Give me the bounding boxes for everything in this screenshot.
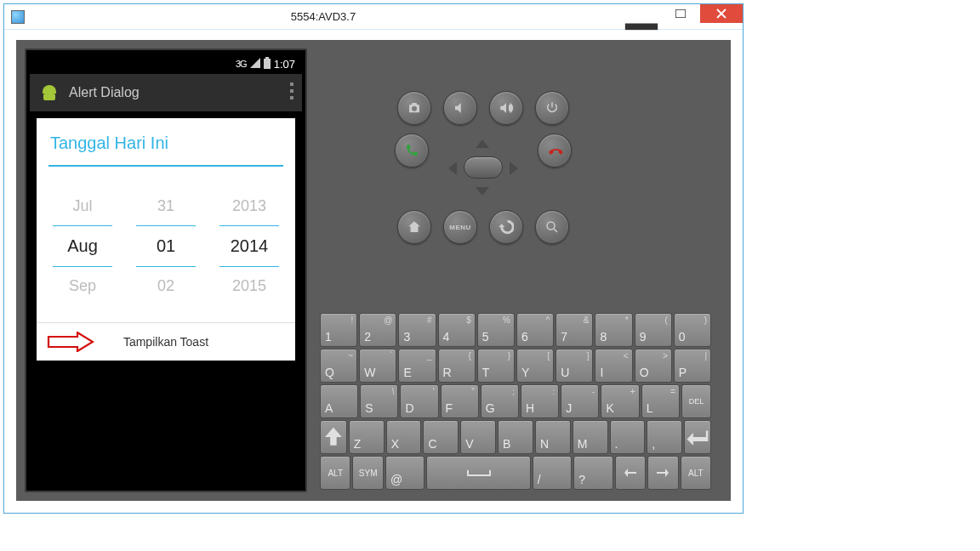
key-x[interactable]: X (386, 420, 422, 454)
key-q[interactable]: ~Q (320, 349, 357, 383)
month-column[interactable]: Jul Aug Sep (53, 187, 112, 305)
year-prev[interactable]: 2013 (219, 187, 279, 225)
camera-button[interactable] (397, 91, 431, 125)
end-call-button[interactable] (538, 133, 572, 168)
key-b[interactable]: B (498, 420, 533, 454)
dpad-center-button[interactable] (464, 156, 503, 179)
svg-rect-3 (265, 57, 269, 59)
device-frame: 3G 1:07 Alert Dialog Tanggal (25, 48, 307, 492)
month-prev[interactable]: Jul (53, 187, 112, 225)
key-0[interactable]: )0 (674, 313, 711, 347)
back-button[interactable] (489, 210, 523, 244)
key-c[interactable]: C (423, 420, 459, 454)
key-m[interactable]: M (573, 420, 608, 454)
key-t[interactable]: }T (477, 349, 515, 383)
key-j[interactable]: -J (561, 384, 599, 418)
dpad-up[interactable] (476, 139, 489, 148)
maximize-button[interactable] (661, 4, 700, 23)
day-current[interactable]: 01 (136, 225, 196, 267)
key-.[interactable]: . (610, 420, 646, 454)
volume-up-button[interactable] (489, 91, 523, 125)
key-k[interactable]: +K (601, 384, 639, 418)
key-p[interactable]: |P (674, 349, 711, 383)
key-r[interactable]: {R (438, 349, 476, 383)
dialog-action-button[interactable]: Tampilkan Toast (37, 323, 295, 361)
key-1[interactable]: !1 (320, 313, 357, 347)
month-next[interactable]: Sep (53, 267, 112, 305)
key-y[interactable]: [Y (516, 349, 554, 383)
key-8[interactable]: *8 (595, 313, 632, 347)
key-e[interactable]: _E (398, 349, 436, 383)
key-a[interactable]: A (320, 384, 358, 418)
key-alt[interactable]: ALT (320, 456, 350, 490)
key-del[interactable]: DEL (681, 384, 711, 418)
volume-down-button[interactable] (443, 91, 477, 125)
key-enter[interactable] (684, 420, 711, 454)
key-i[interactable]: <I (595, 349, 632, 383)
year-next[interactable]: 2015 (219, 267, 279, 305)
status-bar: 3G 1:07 (30, 54, 302, 74)
day-column[interactable]: 31 01 02 (136, 187, 196, 305)
key-f[interactable]: "F (441, 384, 479, 418)
svg-rect-1 (675, 9, 686, 18)
key-o[interactable]: >O (635, 349, 672, 383)
overflow-menu-icon[interactable] (290, 82, 293, 99)
dpad-right[interactable] (510, 162, 518, 175)
key-/[interactable]: / (533, 456, 572, 490)
hardware-buttons: MENU (368, 91, 598, 253)
key-,[interactable]: , (647, 420, 682, 454)
key-9[interactable]: (9 (635, 313, 672, 347)
app-title: Alert Dialog (69, 85, 140, 100)
key-5[interactable]: %5 (477, 313, 515, 347)
titlebar: 5554:AVD3.7 (4, 4, 743, 30)
day-next[interactable]: 02 (136, 267, 196, 305)
key-l[interactable]: =L (641, 384, 680, 418)
key-n[interactable]: N (535, 420, 571, 454)
alert-dialog: Tanggal Hari Ini Jul Aug Sep 31 01 (37, 118, 295, 361)
key-w[interactable]: `W (359, 349, 396, 383)
svg-rect-2 (264, 59, 271, 69)
clock: 1:07 (274, 58, 295, 71)
key-3[interactable]: #3 (398, 313, 436, 347)
emulator-window: 5554:AVD3.7 3G (3, 3, 744, 514)
search-button[interactable] (535, 210, 569, 244)
key-h[interactable]: :H (521, 384, 559, 418)
key-?[interactable]: ? (573, 456, 612, 490)
home-button[interactable] (397, 210, 431, 244)
svg-point-4 (547, 222, 555, 230)
key-z[interactable]: Z (349, 420, 385, 454)
key-7[interactable]: &7 (556, 313, 593, 347)
power-button[interactable] (535, 91, 569, 125)
key-6[interactable]: ^6 (516, 313, 554, 347)
call-button[interactable] (395, 133, 429, 168)
key-d[interactable]: 'D (400, 384, 438, 418)
key-space[interactable] (426, 456, 531, 490)
key-left-arrow[interactable] (615, 456, 646, 490)
key-u[interactable]: ]U (556, 349, 593, 383)
dpad-left[interactable] (448, 162, 457, 175)
key-@[interactable]: @ (385, 456, 424, 490)
key-v[interactable]: V (460, 420, 496, 454)
year-column[interactable]: 2013 2014 2015 (219, 187, 279, 305)
menu-button[interactable]: MENU (443, 210, 477, 244)
arrow-annotation-icon (47, 332, 94, 352)
key-right-arrow[interactable] (647, 456, 678, 490)
key-4[interactable]: $4 (438, 313, 476, 347)
network-indicator: 3G (236, 59, 247, 69)
key-shift[interactable] (320, 420, 347, 454)
close-button[interactable] (700, 4, 743, 23)
dpad (441, 133, 526, 202)
month-current[interactable]: Aug (53, 225, 112, 267)
window-title: 5554:AVD3.7 (25, 10, 622, 23)
key-g[interactable]: ;G (481, 384, 519, 418)
minimize-button[interactable] (622, 4, 661, 23)
key-sym[interactable]: SYM (352, 456, 383, 490)
key-s[interactable]: \S (360, 384, 398, 418)
dpad-down[interactable] (476, 187, 489, 196)
battery-icon (264, 57, 271, 71)
svg-rect-0 (625, 24, 658, 31)
key-2[interactable]: @2 (359, 313, 396, 347)
key-alt[interactable]: ALT (681, 456, 711, 490)
year-current[interactable]: 2014 (219, 225, 279, 267)
day-prev[interactable]: 31 (136, 187, 196, 225)
